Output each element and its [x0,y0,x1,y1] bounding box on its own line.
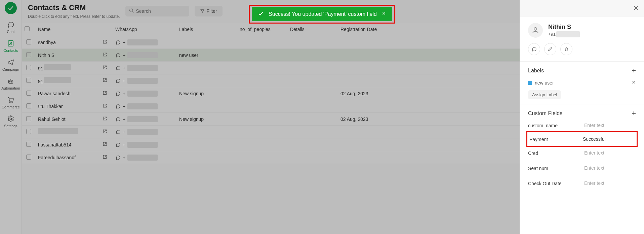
col-whatsapp[interactable]: WhatsApp [113,23,176,36]
whatsapp-icon [115,155,121,160]
table-row[interactable]: Nithin S+new user [22,49,520,62]
table-row[interactable]: 91+ [22,74,520,87]
contact-detail-panel: Nithin S +91 Labels + new us [520,0,644,234]
row-no-of-peoples [237,49,287,62]
row-registration-date [338,151,520,164]
row-checkbox[interactable] [26,65,31,70]
row-checkbox[interactable] [26,142,31,147]
wa-redacted [127,142,158,148]
nav-contacts[interactable]: Contacts [0,36,22,55]
filter-label: Filter [207,8,217,14]
add-label-icon[interactable]: + [632,66,636,75]
label-chip-text: new user [535,80,554,86]
wa-prefix: + [123,65,125,71]
whatsapp-button[interactable] [528,43,540,55]
wa-prefix: + [123,142,125,147]
add-custom-field-icon[interactable]: + [632,109,636,118]
row-no-of-peoples [237,100,287,113]
open-contact-icon[interactable] [103,142,107,147]
custom-field-row: Seat num [528,161,636,176]
delete-button[interactable] [560,43,572,55]
row-checkbox[interactable] [26,78,31,83]
edit-button[interactable] [544,43,556,55]
wa-prefix: + [123,40,125,45]
contacts-table: Name WhatsApp Labels no_of_peoples Detai… [22,23,520,164]
custom-field-row: Check Out Date [528,176,636,191]
custom-field-input[interactable] [581,135,635,143]
close-panel-icon[interactable] [633,5,639,12]
remove-label-icon[interactable] [631,80,636,86]
table-row[interactable]: 91+ [22,62,520,74]
col-registration-date[interactable]: Registration Date [338,23,520,36]
open-contact-icon[interactable] [103,116,107,122]
table-row[interactable]: + [22,126,520,138]
nav-commerce-label: Commerce [2,105,20,109]
nav-chat[interactable]: Chat [0,18,22,36]
table-row[interactable]: !#u Thakkar+ [22,100,520,113]
open-contact-icon[interactable] [103,129,107,135]
toast-message: Success! You updated 'Payment' custom fi… [269,11,377,17]
whatsapp-icon [115,40,121,45]
row-name: 91 [38,77,71,84]
nav-commerce[interactable]: Commerce [0,93,22,112]
row-checkbox[interactable] [26,155,31,160]
custom-field-input[interactable] [582,121,636,130]
row-checkbox[interactable] [26,129,31,134]
row-labels [176,126,237,138]
table-row[interactable]: hassanaftab514+ [22,138,520,151]
row-no-of-peoples [237,113,287,126]
row-checkbox[interactable] [26,52,31,57]
col-labels[interactable]: Labels [176,23,237,36]
open-contact-icon[interactable] [103,155,107,160]
whatsapp-icon [115,78,121,83]
custom-field-row: custom_name [528,118,636,133]
col-details[interactable]: Details [287,23,338,36]
whatsapp-icon [115,65,121,71]
wa-redacted [127,52,158,58]
filter-button[interactable]: Filter [195,6,223,16]
row-details [287,151,338,164]
custom-field-input[interactable] [582,149,636,157]
table-row[interactable]: Pawar sandesh+New signup02 Aug, 2023 [22,87,520,100]
search-input[interactable] [125,6,189,16]
row-checkbox[interactable] [26,91,31,96]
row-checkbox[interactable] [26,39,31,44]
nav-automation[interactable]: Automation [0,74,22,93]
success-toast: Success! You updated 'Payment' custom fi… [252,7,392,21]
row-checkbox[interactable] [26,116,31,121]
open-contact-icon[interactable] [103,103,107,109]
nav-chat-label: Chat [7,30,14,34]
wa-prefix: + [123,78,125,83]
svg-point-1 [10,42,12,44]
open-contact-icon[interactable] [103,39,107,45]
nav-settings-label: Settings [4,124,17,128]
wa-prefix: + [123,104,125,109]
wa-prefix: + [123,116,125,122]
open-contact-icon[interactable] [103,91,107,96]
custom-field-input[interactable] [582,179,636,188]
row-no-of-peoples [237,36,287,49]
table-row[interactable]: Fareedulhassandf+ [22,151,520,164]
page-subtitle: Double click to edit any field. Press en… [28,14,120,19]
nav-campaign[interactable]: Campaign [0,55,22,74]
custom-field-name: Check Out Date [528,181,562,186]
row-registration-date [338,62,520,74]
avatar [528,23,543,38]
custom-field-input[interactable] [582,164,636,172]
row-details [287,87,338,100]
whatsapp-icon [115,53,121,58]
nav-settings[interactable]: Settings [0,112,22,131]
col-no-of-peoples[interactable]: no_of_peoples [237,23,287,36]
row-checkbox[interactable] [26,103,31,108]
open-contact-icon[interactable] [103,78,107,83]
search-wrap [125,6,189,16]
col-name[interactable]: Name [35,23,113,36]
table-row[interactable]: Rahul Gehlot+New signup02 Aug, 2023 [22,113,520,126]
row-details [287,138,338,151]
table-row[interactable]: sandhya+ [22,36,520,49]
open-contact-icon[interactable] [103,65,107,71]
select-all-checkbox[interactable] [25,26,30,31]
open-contact-icon[interactable] [103,52,107,58]
assign-label-button[interactable]: Assign Label [528,90,561,99]
toast-close-icon[interactable] [381,11,386,17]
